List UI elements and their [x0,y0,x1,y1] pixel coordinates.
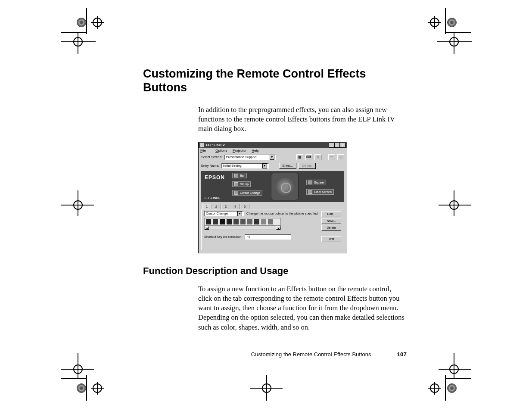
intro-paragraph: In addition to the preprogrammed effects… [198,105,405,134]
tab-4[interactable]: 4 [230,204,240,209]
select-screen-label: Select Screen: [201,155,222,159]
scroll-left-button[interactable]: ◂ [205,226,209,230]
maximize-button[interactable]: □ [334,143,340,148]
menu-options[interactable]: Options [215,149,227,153]
tab-panel: Cursor Change▼ Change the mouse pointer … [201,209,344,250]
menu-file[interactable]: File [200,149,210,153]
entry-name-dropdown[interactable]: Initial Setting▼ [221,163,269,168]
toolbar-btn-5: ◷ [337,154,344,160]
brand-logo: EPSON [205,174,225,181]
menu-help[interactable]: Help [252,149,258,153]
cursor-option-icon[interactable] [206,219,211,224]
section-heading: Function Description and Usage [143,265,410,277]
edit-button[interactable]: Edit... [321,211,341,217]
entry-name-label: Entry Name: [201,164,219,168]
delete-entry-button: Delete [299,163,316,169]
elp-link-window: ELP Link IV _ □ × File Options Projector… [198,142,347,253]
delete-button[interactable]: Delete [321,225,341,231]
page-heading: Customizing the Remote Control Effects B… [143,67,410,95]
effect-cursor-change[interactable]: Cursor Change [232,190,262,196]
app-icon [200,143,204,147]
effects-tabs: 1 2 3 4 5 [202,204,347,209]
test-button[interactable]: Test [321,236,341,242]
tab-1[interactable]: 1 [202,204,212,209]
cursor-option-icon[interactable] [240,219,246,224]
tab-2[interactable]: 2 [212,204,221,209]
cursor-option-icon[interactable] [220,219,225,224]
menubar[interactable]: File Options Projector Help [199,148,347,153]
cursor-option-icon[interactable] [227,219,232,224]
function-hint: Change the mouse pointer to the picture … [246,212,319,215]
content-top-rule [143,55,449,55]
footer-title: Customizing the Remote Control Effects B… [251,351,371,358]
cursor-option-icon[interactable] [233,219,239,224]
window-titlebar[interactable]: ELP Link IV _ □ × [199,142,347,148]
page-number: 107 [397,351,407,358]
cursor-gallery-scrollbar[interactable]: ◂ ▸ [204,226,281,230]
effect-stamp[interactable]: Stamp [232,181,251,187]
cursor-gallery[interactable] [204,218,281,226]
remote-illustration [271,173,299,200]
toolbar-btn-4: ▭ [328,154,335,160]
cursor-option-icon[interactable] [247,219,252,224]
menu-projector[interactable]: Projector [233,149,246,153]
shortcut-input[interactable]: F5 [245,234,291,240]
shortcut-label: Shortcut key on execution: [204,235,242,239]
toolbar-btn-1[interactable]: ▦ [296,154,303,160]
minimize-button[interactable]: _ [329,143,334,148]
select-screen-dropdown[interactable]: Presentation Support▼ [224,155,276,160]
cursor-option-icon[interactable] [268,219,273,224]
effect-square[interactable]: Square [306,180,326,185]
effects-preview-area: EPSON ELP-LINK4 Bar Stamp Cursor Change … [201,171,344,202]
page-footer: Customizing the Remote Control Effects B… [143,351,407,358]
effect-bar[interactable]: Bar [232,173,247,178]
cursor-option-icon[interactable] [213,219,218,224]
brand-subtitle: ELP-LINK4 [205,196,220,199]
scroll-right-button[interactable]: ▸ [276,226,280,230]
effect-clear-screen[interactable]: Clear Screen [306,189,334,195]
tab-3[interactable]: 3 [221,204,230,209]
cursor-option-icon[interactable] [254,219,259,224]
new-button[interactable]: New... [321,218,341,224]
toolbar-btn-3: ✕ [314,154,321,160]
toolbar-btn-2[interactable]: ⌨ [305,154,312,160]
cursor-option-icon[interactable] [261,219,266,224]
tab-5[interactable]: 5 [240,204,249,209]
enter-button[interactable]: Enter... [279,163,296,169]
body-paragraph-2: To assign a new function to an Effects b… [198,284,405,332]
close-button[interactable]: × [340,143,345,148]
function-dropdown[interactable]: Cursor Change▼ [204,211,244,216]
window-title: ELP Link IV [206,143,327,147]
